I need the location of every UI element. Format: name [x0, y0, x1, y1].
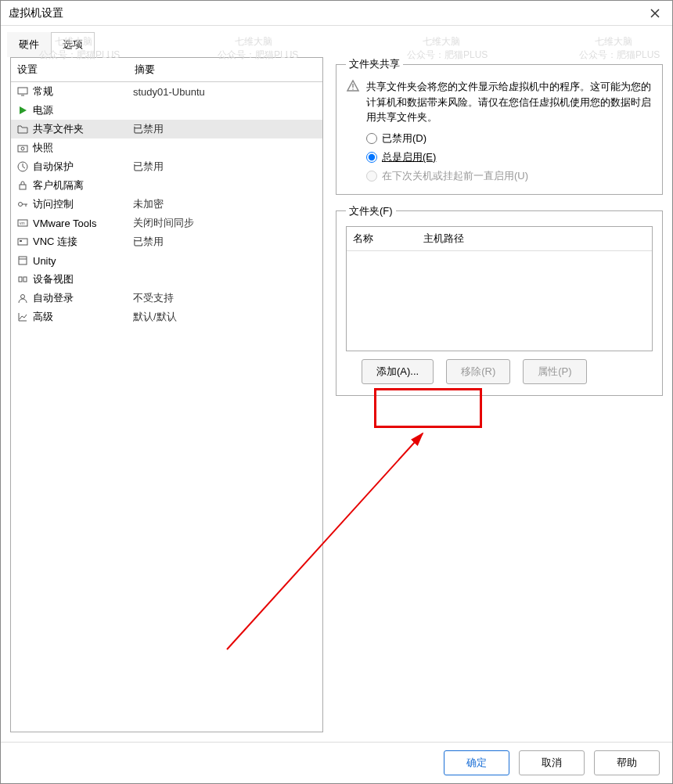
settings-row-2[interactable]: 共享文件夹已禁用 — [11, 120, 322, 138]
svg-rect-0 — [18, 88, 27, 94]
settings-list: 常规study01-Ubuntu电源共享文件夹已禁用快照自动保护已禁用客户机隔离… — [11, 82, 322, 732]
svg-rect-12 — [20, 240, 22, 242]
tab-options[interactable]: 选项 — [51, 32, 95, 57]
folders-list[interactable]: 名称 主机路径 — [346, 226, 653, 351]
settings-row-label: 自动保护 — [33, 160, 133, 174]
svg-rect-11 — [18, 239, 27, 245]
settings-row-7[interactable]: vmVMware Tools关闭时间同步 — [11, 214, 322, 232]
settings-row-label: VMware Tools — [33, 218, 133, 229]
radio-always-label: 总是启用(E) — [382, 150, 436, 164]
vnc-icon — [16, 235, 30, 249]
col-setting: 设置 — [17, 63, 135, 77]
svg-rect-16 — [23, 277, 27, 282]
radio-always[interactable]: 总是启用(E) — [366, 150, 653, 164]
tab-hardware[interactable]: 硬件 — [7, 32, 51, 57]
folder-icon — [16, 122, 30, 136]
settings-row-label: 电源 — [33, 103, 133, 117]
svg-rect-13 — [19, 257, 27, 264]
cancel-button[interactable]: 取消 — [519, 750, 585, 775]
content-area: 设置 摘要 常规study01-Ubuntu电源共享文件夹已禁用快照自动保护已禁… — [1, 57, 672, 742]
chart-icon — [16, 310, 30, 324]
vm-icon: vm — [16, 216, 30, 230]
remove-button[interactable]: 移除(R) — [446, 359, 510, 384]
settings-header: 设置 摘要 — [11, 58, 322, 82]
dialog-buttons: 确定 取消 帮助 — [1, 742, 672, 783]
settings-panel: 设置 摘要 常规study01-Ubuntu电源共享文件夹已禁用快照自动保护已禁… — [10, 57, 323, 732]
play-icon — [16, 103, 30, 117]
svg-rect-5 — [20, 185, 26, 189]
key-icon — [16, 197, 30, 211]
warning-row: 共享文件夹会将您的文件显示给虚拟机中的程序。这可能为您的计算机和数据带来风险。请… — [346, 79, 653, 125]
svg-text:vm: vm — [20, 221, 25, 225]
svg-point-3 — [21, 147, 24, 150]
camera-icon — [16, 141, 30, 155]
settings-row-1[interactable]: 电源 — [11, 101, 322, 120]
settings-row-label: VNC 连接 — [33, 235, 133, 249]
right-panel: 文件夹共享 共享文件夹会将您的文件显示给虚拟机中的程序。这可能为您的计算机和数据… — [336, 57, 663, 732]
tab-bar: 硬件 选项 — [1, 26, 672, 57]
settings-row-label: 自动登录 — [33, 291, 133, 305]
radio-disabled-input[interactable] — [366, 133, 377, 144]
settings-row-summary: 已禁用 — [133, 160, 318, 174]
settings-row-12[interactable]: 高级默认/默认 — [11, 307, 322, 326]
radio-group: 已禁用(D) 总是启用(E) 在下次关机或挂起前一直启用(U) — [366, 131, 653, 183]
settings-row-11[interactable]: 自动登录不受支持 — [11, 289, 322, 307]
settings-row-label: 访问控制 — [33, 197, 133, 211]
settings-row-summary: 默认/默认 — [133, 310, 318, 324]
folders-col-path: 主机路径 — [423, 232, 646, 246]
settings-row-6[interactable]: 访问控制未加密 — [11, 195, 322, 214]
properties-button[interactable]: 属性(P) — [523, 359, 586, 384]
ok-button[interactable]: 确定 — [444, 750, 509, 775]
folders-legend: 文件夹(F) — [346, 204, 396, 218]
settings-row-label: 设备视图 — [33, 272, 133, 286]
close-button[interactable] — [646, 4, 664, 23]
lock-icon — [16, 178, 30, 192]
folder-sharing-legend: 文件夹共享 — [346, 57, 403, 71]
folders-group: 文件夹(F) 名称 主机路径 添加(A)... 移除(R) 属性(P) — [336, 204, 663, 396]
add-button[interactable]: 添加(A)... — [362, 359, 434, 384]
clock-icon — [16, 160, 30, 174]
radio-next-input[interactable] — [366, 171, 377, 182]
settings-row-summary: 关闭时间同步 — [133, 216, 318, 230]
settings-row-summary: 已禁用 — [133, 122, 318, 136]
settings-row-4[interactable]: 自动保护已禁用 — [11, 157, 322, 176]
settings-row-summary: 未加密 — [133, 197, 318, 211]
settings-row-label: 共享文件夹 — [33, 122, 133, 136]
titlebar: 虚拟机设置 — [1, 1, 672, 26]
settings-row-3[interactable]: 快照 — [11, 138, 322, 157]
settings-row-label: 客户机隔离 — [33, 178, 133, 192]
settings-row-9[interactable]: Unity — [11, 251, 322, 270]
radio-disabled[interactable]: 已禁用(D) — [366, 131, 653, 146]
svg-point-19 — [352, 88, 354, 90]
settings-row-0[interactable]: 常规study01-Ubuntu — [11, 82, 322, 101]
monitor-icon — [16, 85, 30, 99]
settings-row-summary: 已禁用 — [133, 235, 318, 249]
device-icon — [16, 272, 30, 286]
close-icon — [650, 9, 660, 18]
col-summary: 摘要 — [135, 63, 316, 77]
settings-row-label: 常规 — [33, 85, 133, 99]
window-title: 虚拟机设置 — [9, 6, 646, 20]
settings-row-summary: 不受支持 — [133, 291, 318, 305]
window-icon — [16, 254, 30, 268]
folder-buttons: 添加(A)... 移除(R) 属性(P) — [346, 359, 653, 384]
settings-row-label: Unity — [33, 255, 133, 267]
settings-row-label: 高级 — [33, 310, 133, 324]
svg-point-6 — [19, 203, 23, 207]
radio-always-input[interactable] — [366, 152, 377, 163]
folder-sharing-group: 文件夹共享 共享文件夹会将您的文件显示给虚拟机中的程序。这可能为您的计算机和数据… — [336, 57, 663, 195]
user-icon — [16, 291, 30, 305]
warning-icon — [346, 79, 360, 95]
folders-header: 名称 主机路径 — [347, 227, 652, 251]
help-button[interactable]: 帮助 — [594, 750, 660, 775]
settings-row-summary: study01-Ubuntu — [133, 86, 318, 98]
vm-settings-window: 虚拟机设置 硬件 选项 设置 摘要 常规study01-Ubuntu电源共享文件… — [0, 0, 673, 784]
radio-next-label: 在下次关机或挂起前一直启用(U) — [382, 169, 528, 183]
warning-text: 共享文件夹会将您的文件显示给虚拟机中的程序。这可能为您的计算机和数据带来风险。请… — [366, 79, 653, 125]
settings-row-8[interactable]: VNC 连接已禁用 — [11, 232, 322, 251]
settings-row-10[interactable]: 设备视图 — [11, 270, 322, 289]
settings-row-5[interactable]: 客户机隔离 — [11, 176, 322, 195]
radio-next[interactable]: 在下次关机或挂起前一直启用(U) — [366, 169, 653, 183]
svg-point-17 — [21, 295, 25, 299]
settings-row-label: 快照 — [33, 141, 133, 155]
